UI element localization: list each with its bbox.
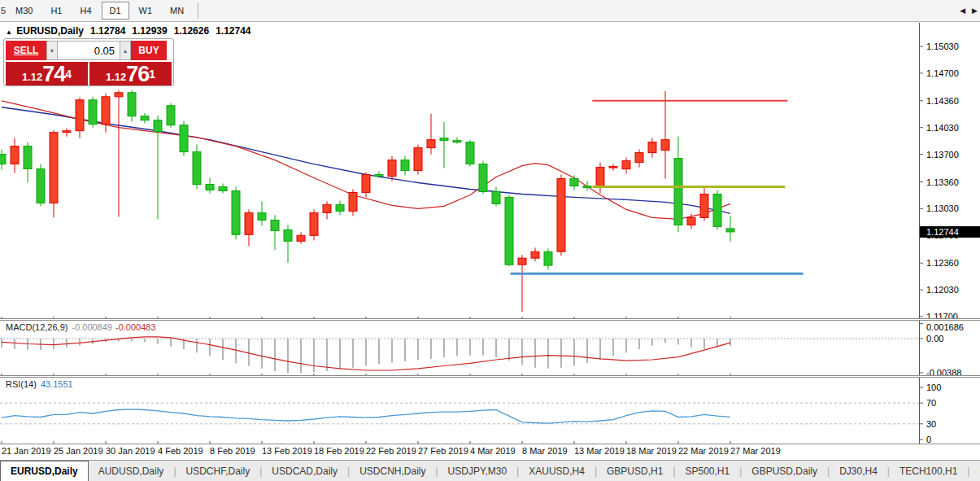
svg-text:1.14030: 1.14030 [926,123,959,133]
candle [674,159,682,225]
buy-price-panel[interactable]: 1.12 76 1 [89,62,172,85]
candle [284,230,292,241]
collapse-panel-icon[interactable]: ▲ [6,28,12,36]
candle [700,195,708,218]
candle [440,138,448,141]
volume-increase-button[interactable]: ▲ [120,41,131,60]
time-axis-label: 4 Mar 2019 [470,446,516,456]
clipped-toolbar-item[interactable]: 5 [0,6,7,15]
candle [76,100,84,131]
candle [219,187,227,191]
candle [336,204,344,211]
candle [141,116,149,120]
rsi-label: RSI(14)43.1551 [6,379,73,389]
svg-text:1.13700: 1.13700 [926,150,959,160]
timeframe-button-M30[interactable]: M30 [7,2,41,20]
svg-text:1.14360: 1.14360 [926,96,959,106]
timeframe-button-MN[interactable]: MN [162,2,192,20]
chart-tab-AUDUSD,Daily[interactable]: AUDUSD,Daily [89,461,174,481]
candle [310,212,318,235]
chart-tab-DJ30,H4[interactable]: DJ30,H4 [830,461,887,481]
rsi-line [2,409,730,423]
candle [518,258,526,265]
pane-splitter[interactable] [0,318,980,321]
chart-tab-USDCNH,Daily[interactable]: USDCNH,Daily [350,461,435,481]
svg-text:1.13360: 1.13360 [926,177,959,187]
time-axis-label: 18 Mar 2019 [626,446,677,456]
candle [609,167,617,168]
timeframe-button-W1[interactable]: W1 [131,2,161,20]
chart-tab-TECH100,H1[interactable]: TECH100,H1 [890,461,967,481]
chart-tab-GBPUSD,Daily[interactable]: GBPUSD,Daily [742,461,827,481]
candle [427,140,435,148]
timeframe-buttons: M30H1H4D1W1MN [7,2,193,20]
svg-text:1.12030: 1.12030 [926,285,959,295]
pane-splitter[interactable] [0,375,980,378]
svg-text:1.14700: 1.14700 [926,68,959,78]
rsi-value: 43.1551 [41,379,73,389]
time-axis-label: 8 Feb 2019 [210,446,255,456]
timeframe-button-H4[interactable]: H4 [72,2,99,20]
tab-scroll-left-icon[interactable]: ◀ [960,7,965,15]
buy-button[interactable]: BUY [131,41,167,60]
time-axis-label: 22 Mar 2019 [678,446,729,456]
macd-name: MACD(12,26,9) [6,322,68,332]
rsi-pane[interactable]: 10070300 [0,378,980,444]
candle [349,193,357,212]
chart-tab-bar: EURUSD,DailyAUDUSD,Daily|USDCHF,Daily|US… [0,460,980,481]
timeframe-toolbar: 5 M30H1H4D1W1MN [0,0,980,22]
candle [206,185,214,190]
sell-price-panel[interactable]: 1.12 74 4 [6,62,88,85]
candle [479,164,487,192]
candle [167,106,175,125]
toolbar-separator [198,2,198,19]
candle [271,220,279,230]
chart-ohlc-title: ▲ EURUSD,Daily 1.12784 1.12939 1.12626 1… [6,25,251,37]
timeframe-button-H1[interactable]: H1 [42,2,70,20]
chart-tab-GBPUSD,H1[interactable]: GBPUSD,H1 [597,461,673,481]
candle [713,195,721,227]
candle [622,161,630,169]
sell-price-sup: 4 [65,62,72,86]
svg-text:1.12744: 1.12744 [926,227,959,237]
candle [687,217,695,225]
time-axis-label: 13 Mar 2019 [574,446,625,456]
chart-tab-EURUSD,Daily[interactable]: EURUSD,Daily [0,461,89,481]
candle [466,142,474,164]
sell-button[interactable]: SELL [6,41,46,60]
candle [154,120,162,132]
timeframe-button-D1[interactable]: D1 [102,2,129,20]
macd-label: MACD(12,26,9)-0.000849-0.000483 [6,322,156,332]
chart-tab-SP500,H1[interactable]: SP500,H1 [676,461,740,481]
candle [102,97,110,125]
candle [245,212,253,234]
svg-text:30: 30 [926,419,936,429]
chart-symbol-label: EURUSD,Daily [16,25,84,37]
candle [375,175,383,177]
ohlc-close: 1.12744 [216,25,250,37]
candle [726,229,734,232]
candle [115,93,123,97]
volume-input[interactable] [58,41,120,60]
svg-text:1.15030: 1.15030 [926,42,959,51]
tab-scroll-right-icon[interactable]: ▶ [972,7,978,15]
chart-tab-XAUUSD,H4[interactable]: XAUUSD,H4 [519,461,595,481]
candle [648,142,656,153]
sell-price-prefix: 1.12 [22,69,42,85]
chart-tab-USDCAD,Daily[interactable]: USDCAD,Daily [262,461,347,481]
buy-price-big: 76 [126,64,149,85]
ohlc-open: 1.12784 [90,25,125,37]
chart-tab-USDJPY,M30[interactable]: USDJPY,M30 [438,461,516,481]
buy-price-sup: 1 [149,62,155,86]
time-axis[interactable]: 21 Jan 201925 Jan 201930 Jan 20194 Feb 2… [0,444,980,459]
svg-text:0.001686: 0.001686 [926,322,964,332]
candle [0,155,6,164]
candle [232,191,240,235]
macd-signal-value: -0.000483 [115,322,156,332]
chart-tab-UKC[interactable]: UKC [969,461,980,481]
rsi-name: RSI(14) [6,379,37,389]
volume-decrease-button[interactable]: ▼ [46,41,58,60]
chart-tab-USDCHF,Daily[interactable]: USDCHF,Daily [176,461,260,481]
candle [596,168,604,188]
ohlc-high: 1.12939 [132,25,167,37]
